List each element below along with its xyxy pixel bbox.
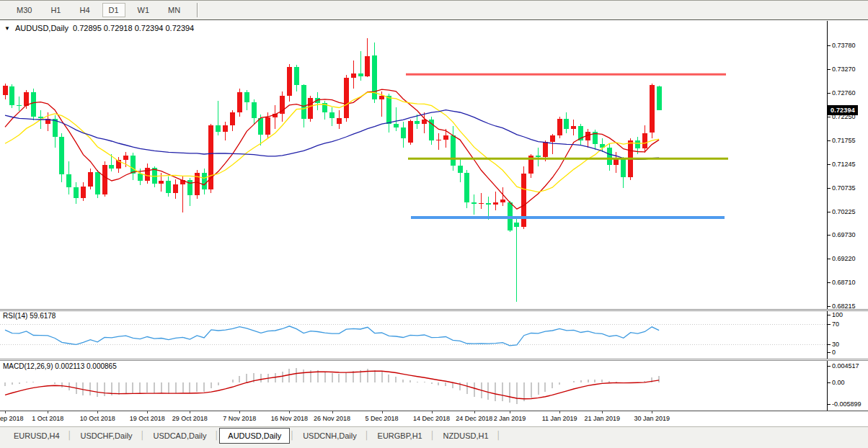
tab-separator: │ bbox=[68, 431, 73, 439]
date-tick bbox=[239, 411, 240, 413]
price-tick bbox=[827, 69, 831, 70]
price-axis-label: 0.70735 bbox=[832, 184, 856, 192]
price-tick bbox=[827, 306, 831, 307]
date-tick bbox=[602, 411, 603, 413]
price-tick bbox=[827, 188, 831, 189]
price-axis-label: 0.70225 bbox=[832, 208, 856, 215]
price-axis-label: 0.68215 bbox=[832, 303, 856, 310]
rsi-tick bbox=[827, 324, 831, 325]
date-tick bbox=[332, 411, 333, 413]
timeframe-button-h1[interactable]: H1 bbox=[44, 3, 67, 17]
timeframe-button-d1[interactable]: D1 bbox=[102, 3, 125, 17]
date-tick bbox=[289, 411, 290, 413]
tab-usdchf-daily[interactable]: USDCHF,Daily bbox=[72, 429, 140, 443]
date-label: 2 Jan 2019 bbox=[483, 415, 536, 422]
tab-eurusd-h4[interactable]: EURUSD,H4 bbox=[6, 429, 68, 443]
price-axis-label: 0.73270 bbox=[832, 66, 856, 73]
symbol-dropdown-icon[interactable]: ▼ bbox=[4, 25, 10, 32]
tab-eurgbp-h1[interactable]: EURGBP,H1 bbox=[370, 429, 430, 443]
date-label: 29 Oct 2018 bbox=[163, 415, 216, 422]
price-tick bbox=[827, 212, 831, 212]
macd-tick bbox=[827, 382, 831, 383]
date-tick bbox=[190, 411, 190, 413]
price-tick bbox=[827, 235, 831, 236]
price-tick bbox=[827, 45, 831, 46]
date-label: 5 Dec 2018 bbox=[355, 415, 409, 422]
price-tick bbox=[827, 164, 831, 165]
price-axis-label: 0.71245 bbox=[832, 161, 856, 168]
date-tick bbox=[559, 411, 560, 413]
macd-canvas[interactable] bbox=[0, 361, 827, 411]
rsi-window-splitter[interactable] bbox=[0, 309, 868, 311]
timeframe-button-mn[interactable]: MN bbox=[161, 3, 187, 17]
tab-audusd-daily[interactable]: AUDUSD,Daily bbox=[219, 428, 290, 444]
rsi-axis-label: 100 bbox=[832, 311, 843, 318]
timeframe-toolbar: M30H1H4D1W1MN bbox=[0, 0, 868, 20]
price-tick bbox=[827, 117, 831, 117]
price-tick bbox=[827, 282, 831, 283]
date-tick bbox=[48, 411, 48, 413]
macd-tick bbox=[827, 404, 831, 405]
rsi-canvas[interactable] bbox=[0, 311, 827, 358]
toolbar-separator bbox=[197, 3, 198, 17]
tab-separator: │ bbox=[141, 431, 146, 439]
date-tick bbox=[474, 411, 475, 413]
ohlc-readout: 0.72895 0.72918 0.72394 0.72394 bbox=[73, 24, 194, 32]
date-tick bbox=[97, 411, 98, 413]
date-label: 21 Jan 2019 bbox=[575, 415, 629, 422]
date-label: 7 Nov 2018 bbox=[213, 415, 266, 422]
date-tick bbox=[382, 411, 383, 413]
time-axis[interactable]: 21 Sep 20181 Oct 201810 Oct 201819 Oct 2… bbox=[0, 411, 868, 426]
macd-axis-label: 0.004517 bbox=[832, 362, 859, 369]
rsi-tick bbox=[827, 344, 831, 345]
macd-label: MACD(12,26,9) 0.002113 0.000865 bbox=[3, 362, 117, 370]
price-tick bbox=[827, 259, 831, 259]
macd-window-splitter[interactable] bbox=[0, 359, 868, 361]
tab-separator: │ bbox=[365, 431, 370, 439]
time-axis-line bbox=[0, 411, 868, 411]
price-axis-label: 0.73780 bbox=[832, 42, 856, 49]
date-label: 26 Nov 2018 bbox=[306, 415, 359, 422]
tab-usdcnh-daily[interactable]: USDCNH,Daily bbox=[295, 429, 365, 443]
chart-tab-bar: EURUSD,H4│USDCHF,Daily│USDCAD,Daily│AUDU… bbox=[0, 426, 868, 448]
tab-separator: │ bbox=[214, 431, 219, 439]
macd-tick bbox=[827, 366, 831, 367]
price-axis-label: 0.68710 bbox=[832, 279, 856, 286]
rsi-tick bbox=[827, 315, 831, 315]
tab-usdcad-daily[interactable]: USDCAD,Daily bbox=[145, 429, 214, 443]
date-label: 30 Jan 2019 bbox=[625, 415, 678, 422]
main-chart-canvas[interactable] bbox=[0, 21, 827, 309]
price-tick bbox=[827, 93, 831, 94]
tab-nzdusd-h1[interactable]: NZDUSD,H1 bbox=[435, 429, 497, 443]
date-tick bbox=[147, 411, 148, 413]
date-label: 1 Oct 2018 bbox=[21, 415, 74, 422]
price-axis-label: 0.72760 bbox=[832, 89, 856, 97]
rsi-axis-label: 70 bbox=[832, 321, 839, 328]
date-label: 10 Oct 2018 bbox=[71, 415, 124, 422]
timeframe-button-w1[interactable]: W1 bbox=[131, 3, 156, 17]
timeframe-button-m30[interactable]: M30 bbox=[10, 3, 38, 17]
tab-separator: │ bbox=[497, 431, 502, 439]
macd-axis-label: -0.005899 bbox=[832, 400, 862, 408]
price-axis-label: 0.69730 bbox=[832, 231, 856, 238]
date-tick bbox=[652, 411, 652, 413]
chart-title: ▼AUDUSD,Daily 0.72895 0.72918 0.72394 0.… bbox=[4, 24, 194, 32]
date-tick bbox=[510, 411, 510, 413]
mt4-terminal: { "toolbar": { "timeframes": [ {"label":… bbox=[0, 0, 868, 448]
date-tick bbox=[432, 411, 433, 413]
rsi-axis-label: 0 bbox=[832, 349, 836, 356]
macd-axis-label: 0.00 bbox=[832, 379, 845, 386]
timeframe-button-h4[interactable]: H4 bbox=[73, 3, 96, 17]
rsi-tick bbox=[827, 352, 831, 353]
price-axis-label: 0.71755 bbox=[832, 137, 856, 144]
tab-separator: │ bbox=[290, 431, 295, 439]
price-axis-label: 0.69220 bbox=[832, 255, 856, 262]
tab-separator: │ bbox=[430, 431, 435, 439]
rsi-axis-label: 30 bbox=[832, 341, 839, 348]
price-tick bbox=[827, 140, 831, 141]
date-tick bbox=[5, 411, 6, 413]
rsi-label: RSI(14) 59.6178 bbox=[3, 312, 56, 320]
symbol-label: AUDUSD,Daily bbox=[15, 24, 68, 32]
current-price-badge: 0.72394 bbox=[828, 105, 858, 115]
